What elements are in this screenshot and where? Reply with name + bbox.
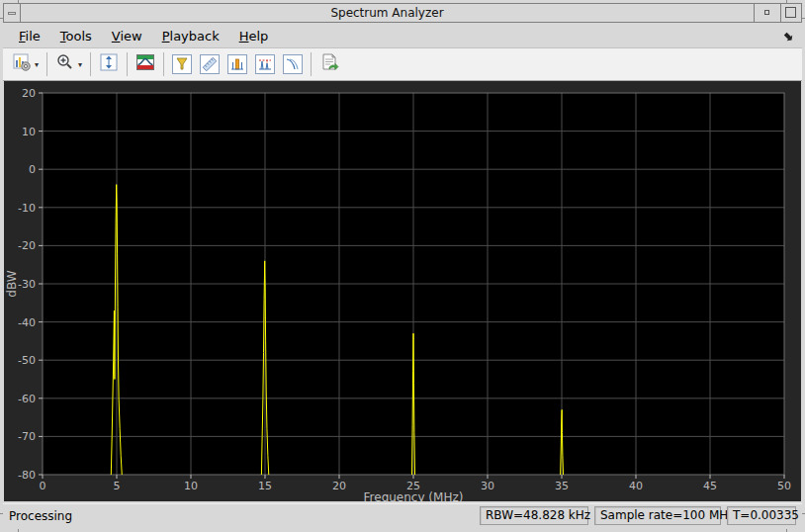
zoom-in-icon xyxy=(55,52,75,76)
y-tick-label: 0 xyxy=(29,163,36,176)
y-tick-label: -60 xyxy=(18,393,36,405)
menu-file[interactable]: File xyxy=(9,27,50,45)
menu-playback[interactable]: Playback xyxy=(152,27,229,45)
x-tick-label: 35 xyxy=(555,480,569,492)
x-tick-label: 10 xyxy=(184,480,198,492)
toolbar-separator xyxy=(46,52,47,76)
spectrum-settings-button[interactable]: ▾ xyxy=(8,51,43,77)
y-axis-label: dBW xyxy=(5,270,19,297)
cursor-measurements-button[interactable] xyxy=(196,51,224,77)
status-sample-rate: Sample rate=100 MHz xyxy=(594,506,721,525)
status-processing: Processing xyxy=(9,509,72,523)
y-tick-label: -70 xyxy=(18,430,36,443)
minimize-button[interactable] xyxy=(754,3,781,23)
x-tick-label: 50 xyxy=(777,480,791,492)
autoscale-y-axis-button[interactable] xyxy=(132,51,159,77)
fit-to-view-button[interactable] xyxy=(95,51,123,77)
y-tick-label: -10 xyxy=(18,202,36,215)
occupied-bandwidth-icon xyxy=(227,54,247,74)
menu-tools[interactable]: Tools xyxy=(50,27,102,45)
y-tick-label: 10 xyxy=(22,126,36,138)
y-tick-label: -30 xyxy=(18,278,36,291)
x-tick-label: 20 xyxy=(332,480,346,492)
spectrum-chart[interactable]: 0510152025303540455020100-10-20-30-40-50… xyxy=(4,81,801,501)
window-menu-button[interactable] xyxy=(3,3,21,23)
y-tick-label: 20 xyxy=(22,87,36,100)
toolbar-separator xyxy=(311,52,312,76)
peak-finder-button[interactable] xyxy=(251,51,279,77)
autoscale-y-icon xyxy=(135,52,155,76)
channel-measurements-button[interactable] xyxy=(168,51,196,77)
x-axis-label: Frequency (MHz) xyxy=(364,490,464,501)
maximize-icon xyxy=(785,7,796,18)
toolbar: ▾ ▾ xyxy=(3,48,802,81)
window-title: Spectrum Analyzer xyxy=(20,3,755,23)
export-icon xyxy=(319,52,339,76)
spectrum-settings-icon xyxy=(12,52,32,76)
spectrum-analyzer-window: Spectrum Analyzer File Tools View Playba… xyxy=(0,0,805,532)
x-tick-label: 45 xyxy=(703,480,717,492)
x-tick-label: 15 xyxy=(258,480,272,492)
menu-view[interactable]: View xyxy=(102,27,152,45)
x-tick-label: 5 xyxy=(114,480,121,492)
status-rbw: RBW=48.828 kHz xyxy=(480,506,588,525)
minimize-icon xyxy=(764,10,769,15)
toolbar-separator xyxy=(127,52,128,76)
y-tick-label: -50 xyxy=(18,354,36,367)
y-tick-label: -20 xyxy=(18,239,36,252)
dropdown-arrow-icon: ▾ xyxy=(78,60,82,69)
dock-arrow-icon[interactable] xyxy=(782,31,794,43)
ruler-icon xyxy=(200,54,220,74)
spectrum-plot-panel[interactable]: 0510152025303540455020100-10-20-30-40-50… xyxy=(4,81,801,501)
zoom-in-button[interactable]: ▾ xyxy=(51,51,86,77)
export-button[interactable] xyxy=(315,51,343,77)
toolbar-separator xyxy=(90,52,91,76)
window-menu-icon xyxy=(8,12,16,15)
x-tick-label: 30 xyxy=(481,480,494,492)
status-bar: Processing RBW=48.828 kHz Sample rate=10… xyxy=(3,503,802,527)
status-time: T=0.00335 xyxy=(727,506,796,525)
peak-finder-icon xyxy=(255,54,275,74)
status-fields: RBW=48.828 kHz Sample rate=100 MHz T=0.0… xyxy=(480,506,796,525)
fit-to-view-icon xyxy=(99,52,119,76)
y-tick-label: -80 xyxy=(18,469,36,482)
maximize-button[interactable] xyxy=(780,3,802,23)
ccdf-measurements-button[interactable] xyxy=(279,51,307,77)
ccdf-icon xyxy=(283,54,303,74)
y-tick-label: -40 xyxy=(18,316,36,329)
dropdown-arrow-icon: ▾ xyxy=(35,60,39,69)
channel-measurements-icon xyxy=(172,54,192,74)
toolbar-separator xyxy=(163,52,164,76)
x-tick-label: 0 xyxy=(40,480,46,492)
x-tick-label: 40 xyxy=(629,480,643,492)
title-bar[interactable]: Spectrum Analyzer xyxy=(3,3,802,23)
occupied-bandwidth-button[interactable] xyxy=(224,51,251,77)
menu-help[interactable]: Help xyxy=(229,27,279,45)
menu-bar: File Tools View Playback Help xyxy=(3,25,802,48)
